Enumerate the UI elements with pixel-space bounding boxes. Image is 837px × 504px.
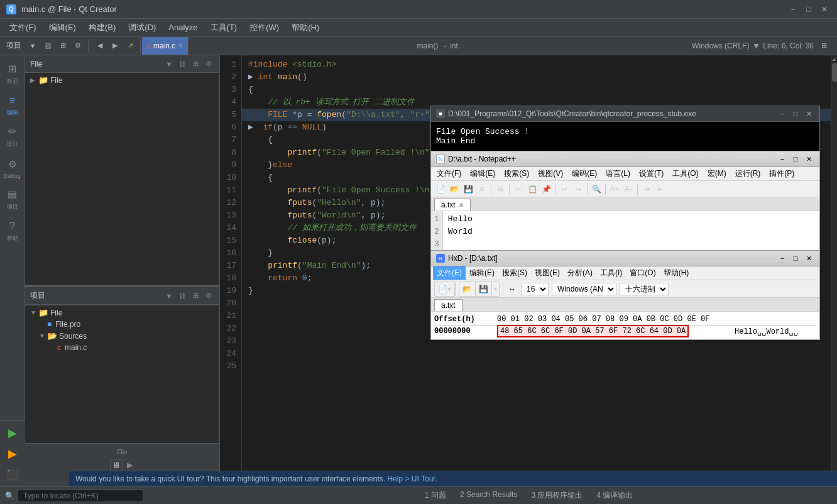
menu-debug[interactable]: 调试(D): [122, 19, 162, 36]
panel-settings[interactable]: ⚙: [203, 58, 214, 70]
menu-file[interactable]: 文件(F): [3, 19, 43, 36]
hxd-menu-analyze[interactable]: 分析(A): [564, 266, 596, 280]
npp-open[interactable]: 📂: [448, 183, 461, 195]
settings-button[interactable]: ⊞: [817, 39, 831, 53]
notepad-maximize[interactable]: □: [790, 153, 801, 165]
npp-redo[interactable]: ↪: [572, 183, 584, 195]
npp-menu-run[interactable]: 运行(R): [731, 167, 765, 180]
npp-copy[interactable]: 📋: [526, 183, 539, 195]
hxd-menu-edit[interactable]: 编辑(E): [466, 266, 498, 280]
npp-indent[interactable]: ⇥: [640, 183, 653, 195]
npp-menu-file[interactable]: 文件(F): [433, 167, 465, 180]
tree-item-main-c[interactable]: c main.c: [25, 342, 219, 353]
hxd-row-hex[interactable]: 48 65 6C 6C 6F 0D 0A 57 6F 72 6C 64 0D 0…: [497, 327, 735, 336]
npp-save[interactable]: 💾: [462, 183, 474, 195]
back-button[interactable]: ◀: [93, 39, 107, 53]
window-controls[interactable]: − □ ✕: [787, 3, 831, 16]
tree-root-file[interactable]: ▶ 📁 File: [25, 74, 219, 86]
npp-tab-atxt[interactable]: a.txt ✕: [434, 199, 471, 211]
hxd-close[interactable]: ✕: [803, 253, 814, 264]
console-minimize[interactable]: −: [777, 108, 788, 119]
hxd-maximize[interactable]: □: [790, 253, 801, 264]
hxd-menu-view[interactable]: 视图(E): [531, 266, 564, 280]
npp-cut[interactable]: ✂: [512, 183, 525, 195]
npp-tab-close[interactable]: ✕: [459, 202, 464, 209]
npp-menu-language[interactable]: 语言(L): [602, 167, 634, 180]
hxd-menu-search[interactable]: 搜索(S): [498, 266, 531, 280]
npp-zoom-in[interactable]: A+: [608, 183, 621, 195]
npp-unindent[interactable]: ⇤: [654, 183, 667, 195]
hxd-menu-window[interactable]: 窗口(O): [626, 266, 659, 280]
hxd-menu-file[interactable]: 文件(E): [433, 266, 466, 280]
hxd-menu-tools[interactable]: 工具(I): [596, 266, 626, 280]
npp-menu-macro[interactable]: 宏(M): [704, 167, 730, 180]
tree-item-file-pro[interactable]: ■ File.pro: [25, 319, 219, 330]
npp-new[interactable]: 📄: [434, 183, 447, 195]
toolbar-link[interactable]: ⛓: [41, 39, 55, 53]
menu-controls[interactable]: 控件(W): [243, 19, 285, 36]
panel-link[interactable]: ⛓: [177, 58, 188, 70]
menu-build[interactable]: 构建(B): [82, 19, 122, 36]
npp-menu-encoding[interactable]: 编码(E): [568, 167, 601, 180]
scrollbar-vertical[interactable]: ▲ ▼: [831, 55, 837, 486]
tab-close-icon[interactable]: ✕: [178, 42, 183, 49]
debug-run-button[interactable]: ▶: [4, 445, 21, 463]
minimize-button[interactable]: −: [787, 3, 799, 16]
panel-settings-bottom[interactable]: ⚙: [203, 290, 214, 302]
status-tab-compile-output[interactable]: 4 编译输出: [590, 488, 639, 503]
status-search-input[interactable]: [18, 490, 143, 502]
sidebar-item-welcome[interactable]: ⊞ 欢迎: [1, 58, 24, 90]
hxd-new[interactable]: 📄▾: [435, 282, 455, 296]
hxd-minimize[interactable]: −: [777, 253, 788, 264]
hxd-save-drop[interactable]: ▾: [491, 282, 499, 296]
scroll-thumb[interactable]: [832, 63, 837, 82]
hxd-controls[interactable]: − □ ✕: [777, 253, 814, 264]
stop-button[interactable]: ⬛: [4, 466, 21, 483]
panel-filter-bottom[interactable]: ▼: [163, 290, 175, 302]
npp-undo[interactable]: ↩: [558, 183, 571, 195]
hxd-encoding-select[interactable]: Windows (AN: [552, 283, 616, 295]
npp-paste[interactable]: 📌: [540, 183, 552, 195]
panel-link-bottom[interactable]: ⛓: [177, 290, 188, 302]
jump-button[interactable]: ↗: [123, 39, 137, 53]
status-tab-app-output[interactable]: 3 应用程序输出: [525, 488, 589, 503]
toolbar-dropdown[interactable]: ▼: [26, 39, 40, 53]
npp-code[interactable]: Hello World: [443, 211, 478, 253]
hxd-menu-help[interactable]: 帮助(H): [660, 266, 693, 280]
sidebar-item-edit[interactable]: ≡ 编辑: [1, 90, 24, 121]
menu-analyze[interactable]: Analyze: [162, 19, 204, 36]
close-button[interactable]: ✕: [818, 3, 831, 16]
expand-run[interactable]: ▶: [124, 460, 134, 470]
npp-menu-search[interactable]: 搜索(S): [500, 167, 533, 180]
tree-item-sources[interactable]: ▼ 📂 Sources: [25, 330, 219, 342]
status-tab-issues[interactable]: 1 问题: [418, 488, 452, 503]
panel-filter[interactable]: ▼: [163, 58, 175, 70]
hxd-hex-select[interactable]: 十六进制: [620, 283, 669, 295]
npp-menu-view[interactable]: 视图(V): [534, 167, 567, 180]
hxd-save[interactable]: 💾: [475, 282, 491, 296]
npp-zoom-out[interactable]: A-: [622, 183, 635, 195]
menu-edit[interactable]: 编辑(E): [43, 19, 82, 36]
scroll-up[interactable]: ▲: [832, 57, 837, 62]
npp-menu-settings[interactable]: 设置(T): [635, 167, 667, 180]
sidebar-item-help[interactable]: ? 帮助: [1, 216, 24, 247]
hxd-hex-data[interactable]: 48 65 6C 6C 6F 0D 0A 57 6F 72 6C 64 0D 0…: [497, 325, 689, 337]
console-controls[interactable]: − □ ✕: [777, 108, 814, 119]
toolbar-add[interactable]: ⊞: [56, 39, 70, 53]
tree-item-file-folder[interactable]: ▼ 📁 File: [25, 307, 219, 319]
sidebar-item-design[interactable]: ✏ 设计: [1, 121, 24, 153]
sidebar-item-debug[interactable]: ⚙ Debug: [1, 153, 24, 184]
main-c-tab[interactable]: c main.c ✕: [142, 37, 189, 55]
menu-tools[interactable]: 工具(T): [204, 19, 244, 36]
status-tab-search[interactable]: 2 Search Results: [454, 488, 523, 503]
menu-help[interactable]: 帮助(H): [285, 19, 326, 36]
notepad-close[interactable]: ✕: [803, 153, 814, 165]
console-close[interactable]: ✕: [803, 108, 814, 119]
npp-menu-plugins[interactable]: 插件(P): [765, 167, 798, 180]
notepad-minimize[interactable]: −: [777, 153, 788, 165]
hxd-tab-atxt[interactable]: a.txt: [434, 299, 462, 311]
toolbar-config[interactable]: ⚙: [71, 39, 85, 53]
run-button[interactable]: ▶: [4, 424, 21, 442]
hxd-open[interactable]: 📂: [459, 282, 475, 296]
npp-menu-tools[interactable]: 工具(O): [669, 167, 702, 180]
